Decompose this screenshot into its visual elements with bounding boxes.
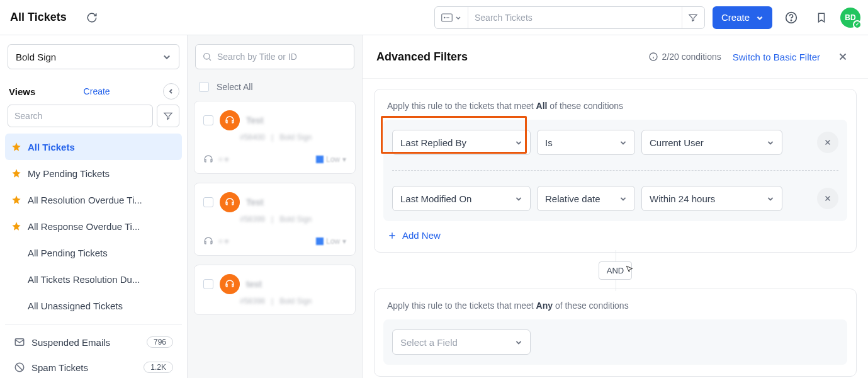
chevron-down-icon: [515, 338, 522, 346]
ticket-id: #58398: [240, 297, 265, 306]
rule-block-all: Apply this rule to the tickets that meet…: [374, 89, 857, 253]
remove-condition-icon[interactable]: [817, 188, 838, 209]
close-icon[interactable]: [831, 45, 854, 68]
ticket-title: Test: [246, 197, 264, 207]
help-icon[interactable]: [780, 6, 803, 29]
product-select[interactable]: Bold Sign: [8, 44, 179, 69]
operator-select[interactable]: Relative date: [537, 186, 635, 211]
ticket-title: test: [246, 279, 262, 289]
item-label: Suspended Emails: [31, 337, 110, 348]
view-list: All Tickets My Pending Tickets All Resol…: [0, 134, 187, 378]
create-view-link[interactable]: Create: [84, 86, 110, 96]
ticket-search: [195, 44, 354, 69]
sidebar-item-suspended-emails[interactable]: Suspended Emails 796: [5, 329, 182, 355]
views-search-input[interactable]: [8, 105, 153, 127]
ticket-avatar-icon: [220, 192, 240, 212]
search-filter-icon[interactable]: [682, 7, 704, 28]
view-label: All Unassigned Tickets: [28, 301, 123, 311]
ticket-title: Test: [246, 115, 264, 125]
topbar: All Tickets Create BD ✓: [0, 0, 868, 35]
rule-caption: Apply this rule to the tickets that meet…: [383, 98, 847, 120]
ticket-card[interactable]: Test #58400 | Bold Sign = ▾ Low ▾: [194, 101, 356, 174]
ticket-product: Bold Sign: [279, 215, 312, 224]
ticket-product: Bold Sign: [279, 133, 312, 142]
sidebar-item-unassigned[interactable]: All Unassigned Tickets: [5, 292, 182, 319]
ticket-id: #58400: [240, 133, 265, 142]
bookmark-icon[interactable]: [810, 6, 833, 29]
ticket-checkbox[interactable]: [203, 279, 213, 289]
field-select[interactable]: Last Replied By: [392, 130, 531, 155]
collapse-sidebar-icon[interactable]: [163, 83, 179, 100]
chevron-down-icon: [515, 195, 522, 202]
mail-icon: [14, 336, 25, 348]
star-icon: [11, 221, 21, 231]
sidebar-item-all-pending[interactable]: All Pending Tickets: [5, 239, 182, 266]
chevron-down-icon: [162, 52, 171, 61]
sidebar-item-my-pending[interactable]: My Pending Tickets: [5, 160, 182, 186]
view-label: All Tickets Resolution Du...: [28, 274, 140, 285]
svg-point-1: [444, 17, 445, 18]
ticket-search-input[interactable]: [217, 52, 347, 62]
star-icon: [11, 142, 21, 152]
condition-row: Last Replied By Is Current User: [392, 130, 838, 155]
select-all-checkbox[interactable]: [199, 82, 209, 92]
search-input[interactable]: [468, 13, 682, 23]
operator-select[interactable]: Is: [537, 130, 635, 155]
add-condition-button[interactable]: Add New: [383, 221, 847, 241]
star-icon: [11, 168, 21, 178]
view-label: My Pending Tickets: [28, 168, 110, 179]
view-label: All Tickets: [28, 142, 75, 152]
headset-icon: [203, 154, 213, 164]
ticket-priority: Low: [326, 155, 340, 164]
global-search: [434, 6, 705, 29]
chevron-down-icon: [767, 139, 774, 146]
sidebar-item-response-overdue[interactable]: All Response Overdue Ti...: [5, 213, 182, 239]
ticket-product: Bold Sign: [279, 297, 312, 306]
logic-connector: AND: [363, 261, 868, 280]
and-label[interactable]: AND: [599, 261, 632, 280]
headset-icon: [203, 236, 213, 246]
plus-icon: [387, 231, 397, 241]
create-button[interactable]: Create: [713, 6, 772, 29]
chevron-down-icon: [619, 139, 627, 146]
count-badge: 1.2K: [144, 362, 173, 373]
ticket-checkbox[interactable]: [203, 197, 213, 207]
chevron-down-icon: [767, 195, 774, 202]
field-select[interactable]: Select a Field: [392, 329, 531, 355]
field-select[interactable]: Last Modified On: [392, 186, 531, 211]
chevron-down-icon: [756, 14, 764, 21]
search-scope-dropdown[interactable]: [435, 7, 468, 28]
view-label: All Response Overdue Ti...: [28, 221, 140, 232]
remove-condition-icon[interactable]: [817, 132, 838, 153]
chevron-down-icon: [515, 139, 522, 146]
ticket-checkbox[interactable]: [203, 115, 213, 125]
views-header: Views Create: [0, 78, 187, 105]
value-select[interactable]: Within 24 hours: [641, 186, 782, 211]
search-icon: [202, 52, 212, 62]
spam-icon: [14, 362, 25, 373]
cursor-icon: [625, 265, 634, 273]
chevron-down-icon: [619, 195, 627, 202]
avatar[interactable]: BD ✓: [840, 8, 860, 28]
view-label: All Resolution Overdue Ti...: [28, 195, 142, 205]
switch-to-basic-link[interactable]: Switch to Basic Filter: [733, 52, 820, 62]
views-heading: Views: [9, 86, 35, 97]
refresh-icon[interactable]: [81, 6, 103, 29]
ticket-card[interactable]: Test #58399 | Bold Sign = ▾ Low ▾: [194, 183, 356, 256]
ticket-priority: Low: [326, 237, 340, 246]
value-select[interactable]: Current User: [641, 130, 782, 155]
sidebar-item-resolution-overdue[interactable]: All Resolution Overdue Ti...: [5, 186, 182, 213]
ticket-card[interactable]: test #58398 | Bold Sign: [194, 265, 356, 315]
count-badge: 796: [147, 336, 173, 348]
ticket-list: Select All Test #58400 | Bold Sign: [188, 35, 363, 378]
rule-caption: Apply this rule to the tickets that meet…: [383, 298, 847, 319]
rule-block-any: Apply this rule to the tickets that meet…: [374, 289, 857, 377]
sidebar-item-all-tickets[interactable]: All Tickets: [5, 134, 182, 160]
views-filter-icon[interactable]: [157, 105, 179, 127]
svg-point-3: [791, 20, 791, 20]
filters-title: Advanced Filters: [376, 50, 468, 64]
sidebar-item-spam-tickets[interactable]: Spam Tickets 1.2K: [5, 355, 182, 378]
svg-point-6: [204, 54, 210, 59]
sidebar-item-resolution-due[interactable]: All Tickets Resolution Du...: [5, 266, 182, 292]
item-label: Spam Tickets: [31, 362, 88, 373]
